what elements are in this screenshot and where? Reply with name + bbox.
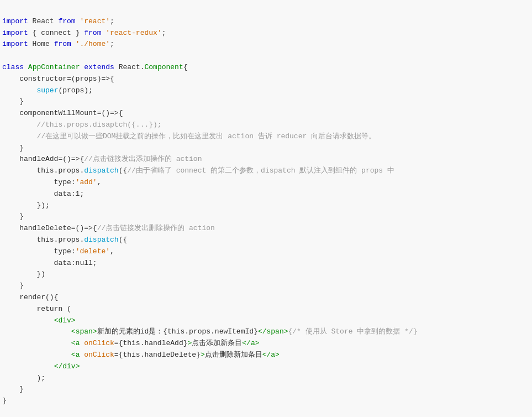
token-cm: //点击链接发出添加操作的 action <box>84 155 202 163</box>
code-line: return ( <box>2 304 530 315</box>
code-line: <a onClick={this.handleDelete}>点击删除新加条目<… <box>2 350 530 361</box>
token-normal: { connect } <box>28 29 84 37</box>
token-normal: React. <box>114 63 145 71</box>
token-tag: <a <box>71 351 80 359</box>
token-normal: return ( <box>2 305 71 313</box>
token-cls: Component <box>144 63 183 71</box>
code-line: }); <box>2 200 530 212</box>
token-fn: dispatch <box>84 236 118 244</box>
token-cm: //点击链接发出删除操作的 action <box>97 224 215 232</box>
code-line: componentWillMount=()=>{ <box>2 108 530 119</box>
token-normal: this.props. <box>2 166 84 175</box>
token-kw: from <box>58 17 75 25</box>
token-str: 'delete' <box>76 247 110 256</box>
token-tag: </a> <box>242 339 259 347</box>
token-normal: ; <box>110 17 114 25</box>
token-normal <box>2 339 71 347</box>
token-tag: </a> <box>262 351 280 359</box>
token-normal: ={this.handleAdd} <box>114 339 188 347</box>
token-normal <box>2 351 71 359</box>
code-line: } <box>2 395 530 407</box>
token-tag: <a <box>71 339 80 347</box>
code-line: this.props.dispatch({//由于省略了 connect 的第二… <box>2 165 530 177</box>
token-normal: (props); <box>58 86 92 95</box>
code-line: ); <box>2 373 530 384</box>
token-normal: ({ <box>119 236 128 244</box>
token-normal: ={this.handleDelete} <box>114 351 201 359</box>
code-line: handleDelete=()=>{//点击链接发出删除操作的 action <box>2 223 530 234</box>
code-line: type:'add', <box>2 177 530 189</box>
token-str: 'react-redux' <box>106 29 161 37</box>
token-str: './home' <box>76 40 110 48</box>
code-line: import Home from './home'; <box>2 39 530 50</box>
code-line <box>2 50 530 62</box>
code-line: } <box>2 143 530 154</box>
token-normal: } <box>2 212 24 221</box>
code-line: handleAdd=()=>{//点击链接发出添加操作的 action <box>2 154 530 165</box>
code-line: } <box>2 280 530 292</box>
token-normal: }); <box>2 201 50 210</box>
token-normal: } <box>2 385 24 393</box>
code-line: data:1; <box>2 189 530 200</box>
token-normal: { <box>183 63 188 71</box>
token-normal <box>2 316 54 325</box>
token-normal: React <box>28 17 59 25</box>
code-line: data:null; <box>2 258 530 269</box>
code-line: } <box>2 211 530 223</box>
code-line: class AppContainer extends React.Compone… <box>2 62 530 74</box>
token-normal: Home <box>28 40 54 48</box>
code-line: <span>新加的元素的id是：{this.props.newItemId}</… <box>2 326 530 338</box>
token-cm: {/* 使用从 Store 中拿到的数据 */} <box>288 327 417 336</box>
token-normal: ({ <box>119 166 128 175</box>
token-normal: } <box>2 397 7 405</box>
token-normal: render(){ <box>2 293 58 301</box>
token-normal: componentWillMount=()=>{ <box>2 109 123 117</box>
token-normal: , <box>110 247 114 256</box>
token-fn: super <box>36 86 58 95</box>
token-normal: ; <box>162 29 166 37</box>
token-str: 'react' <box>80 17 110 25</box>
token-cm: //在这里可以做一些DOM挂载之前的操作，比如在这里发出 action 告诉 r… <box>2 132 376 140</box>
token-normal: 新加的元素的id是：{this.props.newItemId} <box>97 327 258 336</box>
token-normal: }) <box>2 270 45 278</box>
code-editor: import React from 'react';import { conne… <box>2 4 530 407</box>
code-line: render(){ <box>2 292 530 304</box>
token-cm: //由于省略了 connect 的第二个参数，dispatch 默认注入到组件的… <box>127 166 394 175</box>
token-normal: , <box>97 178 102 186</box>
token-normal: 点击删除新加条目 <box>205 351 262 359</box>
code-line: type:'delete', <box>2 246 530 258</box>
token-kw: import <box>2 40 28 48</box>
code-line: //在这里可以做一些DOM挂载之前的操作，比如在这里发出 action 告诉 r… <box>2 131 530 143</box>
token-normal <box>2 327 71 336</box>
token-tag: <div> <box>54 316 76 325</box>
token-normal: type: <box>2 178 76 186</box>
token-attr: onClick <box>84 339 114 347</box>
code-line: import React from 'react'; <box>2 16 530 28</box>
code-line: <div> <box>2 315 530 327</box>
code-line: <a onClick={this.handleAdd}>点击添加新条目</a> <box>2 338 530 350</box>
token-normal: constructor=(props)=>{ <box>2 75 114 83</box>
token-kw: extends <box>84 63 114 71</box>
token-normal: handleAdd=()=>{ <box>2 155 84 163</box>
token-normal: 点击添加新条目 <box>192 339 242 347</box>
token-normal <box>24 63 28 71</box>
token-kw: import <box>2 17 28 25</box>
token-normal <box>71 40 76 48</box>
token-normal: } <box>2 144 24 152</box>
token-normal: ; <box>110 40 114 48</box>
token-normal: ); <box>2 374 45 382</box>
token-normal <box>2 362 54 371</box>
token-normal: } <box>2 97 24 106</box>
token-normal: } <box>2 282 24 290</box>
token-normal <box>2 86 36 95</box>
token-cls: AppContainer <box>28 63 80 71</box>
token-str: 'add' <box>76 178 97 186</box>
code-line: this.props.dispatch({ <box>2 234 530 246</box>
token-normal: type: <box>2 247 76 256</box>
token-attr: onClick <box>84 351 114 359</box>
token-normal: handleDelete=()=>{ <box>2 224 97 232</box>
code-line: }) <box>2 269 530 280</box>
token-tag: > <box>201 351 205 359</box>
token-normal: data:null; <box>2 259 97 267</box>
code-line: import { connect } from 'react-redux'; <box>2 28 530 39</box>
